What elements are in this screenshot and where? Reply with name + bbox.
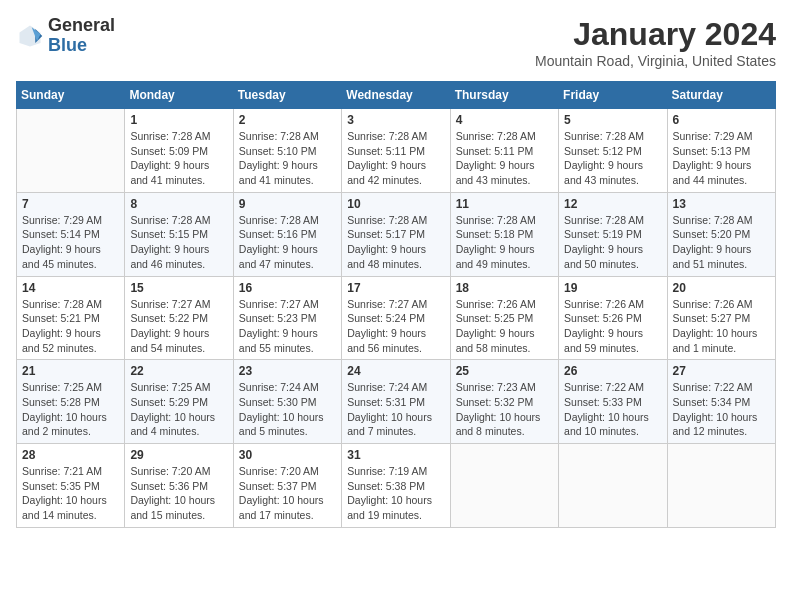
day-info: Sunrise: 7:22 AMSunset: 5:33 PMDaylight:…: [564, 380, 661, 439]
day-number: 29: [130, 448, 227, 462]
location: Mountain Road, Virginia, United States: [535, 53, 776, 69]
day-info: Sunrise: 7:21 AMSunset: 5:35 PMDaylight:…: [22, 464, 119, 523]
day-number: 20: [673, 281, 770, 295]
calendar-cell: 8Sunrise: 7:28 AMSunset: 5:15 PMDaylight…: [125, 192, 233, 276]
calendar-cell: 25Sunrise: 7:23 AMSunset: 5:32 PMDayligh…: [450, 360, 558, 444]
day-number: 30: [239, 448, 336, 462]
calendar-cell: [17, 109, 125, 193]
calendar-cell: 24Sunrise: 7:24 AMSunset: 5:31 PMDayligh…: [342, 360, 450, 444]
calendar-cell: 18Sunrise: 7:26 AMSunset: 5:25 PMDayligh…: [450, 276, 558, 360]
calendar-cell: 21Sunrise: 7:25 AMSunset: 5:28 PMDayligh…: [17, 360, 125, 444]
day-info: Sunrise: 7:28 AMSunset: 5:20 PMDaylight:…: [673, 213, 770, 272]
calendar-cell: 19Sunrise: 7:26 AMSunset: 5:26 PMDayligh…: [559, 276, 667, 360]
day-info: Sunrise: 7:20 AMSunset: 5:37 PMDaylight:…: [239, 464, 336, 523]
calendar-cell: [667, 444, 775, 528]
calendar-header-thursday: Thursday: [450, 82, 558, 109]
calendar-week-2: 7Sunrise: 7:29 AMSunset: 5:14 PMDaylight…: [17, 192, 776, 276]
day-number: 4: [456, 113, 553, 127]
day-number: 22: [130, 364, 227, 378]
day-info: Sunrise: 7:25 AMSunset: 5:29 PMDaylight:…: [130, 380, 227, 439]
day-info: Sunrise: 7:28 AMSunset: 5:19 PMDaylight:…: [564, 213, 661, 272]
day-number: 25: [456, 364, 553, 378]
calendar-cell: 9Sunrise: 7:28 AMSunset: 5:16 PMDaylight…: [233, 192, 341, 276]
day-number: 8: [130, 197, 227, 211]
day-info: Sunrise: 7:29 AMSunset: 5:14 PMDaylight:…: [22, 213, 119, 272]
calendar-header-row: SundayMondayTuesdayWednesdayThursdayFrid…: [17, 82, 776, 109]
day-number: 6: [673, 113, 770, 127]
day-number: 19: [564, 281, 661, 295]
day-number: 16: [239, 281, 336, 295]
calendar-week-3: 14Sunrise: 7:28 AMSunset: 5:21 PMDayligh…: [17, 276, 776, 360]
day-info: Sunrise: 7:28 AMSunset: 5:12 PMDaylight:…: [564, 129, 661, 188]
calendar-cell: 12Sunrise: 7:28 AMSunset: 5:19 PMDayligh…: [559, 192, 667, 276]
calendar-cell: 27Sunrise: 7:22 AMSunset: 5:34 PMDayligh…: [667, 360, 775, 444]
day-info: Sunrise: 7:24 AMSunset: 5:31 PMDaylight:…: [347, 380, 444, 439]
day-info: Sunrise: 7:19 AMSunset: 5:38 PMDaylight:…: [347, 464, 444, 523]
logo: General Blue: [16, 16, 115, 56]
month-title: January 2024: [535, 16, 776, 53]
logo-general: General: [48, 15, 115, 35]
day-number: 18: [456, 281, 553, 295]
day-info: Sunrise: 7:27 AMSunset: 5:24 PMDaylight:…: [347, 297, 444, 356]
calendar-body: 1Sunrise: 7:28 AMSunset: 5:09 PMDaylight…: [17, 109, 776, 528]
day-info: Sunrise: 7:23 AMSunset: 5:32 PMDaylight:…: [456, 380, 553, 439]
calendar-cell: 11Sunrise: 7:28 AMSunset: 5:18 PMDayligh…: [450, 192, 558, 276]
day-info: Sunrise: 7:26 AMSunset: 5:26 PMDaylight:…: [564, 297, 661, 356]
calendar-cell: 28Sunrise: 7:21 AMSunset: 5:35 PMDayligh…: [17, 444, 125, 528]
day-number: 7: [22, 197, 119, 211]
day-number: 17: [347, 281, 444, 295]
calendar-table: SundayMondayTuesdayWednesdayThursdayFrid…: [16, 81, 776, 528]
calendar-cell: 23Sunrise: 7:24 AMSunset: 5:30 PMDayligh…: [233, 360, 341, 444]
day-info: Sunrise: 7:28 AMSunset: 5:15 PMDaylight:…: [130, 213, 227, 272]
day-info: Sunrise: 7:28 AMSunset: 5:18 PMDaylight:…: [456, 213, 553, 272]
logo-icon: [16, 22, 44, 50]
calendar-cell: [450, 444, 558, 528]
calendar-cell: 3Sunrise: 7:28 AMSunset: 5:11 PMDaylight…: [342, 109, 450, 193]
calendar-header-saturday: Saturday: [667, 82, 775, 109]
day-info: Sunrise: 7:27 AMSunset: 5:23 PMDaylight:…: [239, 297, 336, 356]
day-info: Sunrise: 7:28 AMSunset: 5:17 PMDaylight:…: [347, 213, 444, 272]
day-number: 5: [564, 113, 661, 127]
calendar-cell: 22Sunrise: 7:25 AMSunset: 5:29 PMDayligh…: [125, 360, 233, 444]
day-info: Sunrise: 7:28 AMSunset: 5:21 PMDaylight:…: [22, 297, 119, 356]
day-number: 3: [347, 113, 444, 127]
calendar-week-5: 28Sunrise: 7:21 AMSunset: 5:35 PMDayligh…: [17, 444, 776, 528]
day-info: Sunrise: 7:28 AMSunset: 5:11 PMDaylight:…: [456, 129, 553, 188]
calendar-cell: 1Sunrise: 7:28 AMSunset: 5:09 PMDaylight…: [125, 109, 233, 193]
day-number: 24: [347, 364, 444, 378]
calendar-cell: 26Sunrise: 7:22 AMSunset: 5:33 PMDayligh…: [559, 360, 667, 444]
logo-text: General Blue: [48, 16, 115, 56]
day-info: Sunrise: 7:28 AMSunset: 5:09 PMDaylight:…: [130, 129, 227, 188]
calendar-week-1: 1Sunrise: 7:28 AMSunset: 5:09 PMDaylight…: [17, 109, 776, 193]
calendar-cell: 16Sunrise: 7:27 AMSunset: 5:23 PMDayligh…: [233, 276, 341, 360]
calendar-cell: 10Sunrise: 7:28 AMSunset: 5:17 PMDayligh…: [342, 192, 450, 276]
day-number: 27: [673, 364, 770, 378]
calendar-cell: 4Sunrise: 7:28 AMSunset: 5:11 PMDaylight…: [450, 109, 558, 193]
day-number: 15: [130, 281, 227, 295]
day-info: Sunrise: 7:20 AMSunset: 5:36 PMDaylight:…: [130, 464, 227, 523]
calendar-cell: 6Sunrise: 7:29 AMSunset: 5:13 PMDaylight…: [667, 109, 775, 193]
day-info: Sunrise: 7:28 AMSunset: 5:16 PMDaylight:…: [239, 213, 336, 272]
day-number: 12: [564, 197, 661, 211]
calendar-cell: 20Sunrise: 7:26 AMSunset: 5:27 PMDayligh…: [667, 276, 775, 360]
day-info: Sunrise: 7:28 AMSunset: 5:11 PMDaylight:…: [347, 129, 444, 188]
day-number: 28: [22, 448, 119, 462]
title-block: January 2024 Mountain Road, Virginia, Un…: [535, 16, 776, 69]
calendar-cell: [559, 444, 667, 528]
page-header: General Blue January 2024 Mountain Road,…: [16, 16, 776, 69]
day-info: Sunrise: 7:26 AMSunset: 5:27 PMDaylight:…: [673, 297, 770, 356]
day-number: 1: [130, 113, 227, 127]
day-number: 21: [22, 364, 119, 378]
calendar-cell: 15Sunrise: 7:27 AMSunset: 5:22 PMDayligh…: [125, 276, 233, 360]
calendar-cell: 31Sunrise: 7:19 AMSunset: 5:38 PMDayligh…: [342, 444, 450, 528]
day-info: Sunrise: 7:22 AMSunset: 5:34 PMDaylight:…: [673, 380, 770, 439]
calendar-header-sunday: Sunday: [17, 82, 125, 109]
day-info: Sunrise: 7:27 AMSunset: 5:22 PMDaylight:…: [130, 297, 227, 356]
day-number: 10: [347, 197, 444, 211]
calendar-week-4: 21Sunrise: 7:25 AMSunset: 5:28 PMDayligh…: [17, 360, 776, 444]
day-number: 23: [239, 364, 336, 378]
day-info: Sunrise: 7:29 AMSunset: 5:13 PMDaylight:…: [673, 129, 770, 188]
calendar-cell: 29Sunrise: 7:20 AMSunset: 5:36 PMDayligh…: [125, 444, 233, 528]
calendar-cell: 5Sunrise: 7:28 AMSunset: 5:12 PMDaylight…: [559, 109, 667, 193]
day-info: Sunrise: 7:25 AMSunset: 5:28 PMDaylight:…: [22, 380, 119, 439]
